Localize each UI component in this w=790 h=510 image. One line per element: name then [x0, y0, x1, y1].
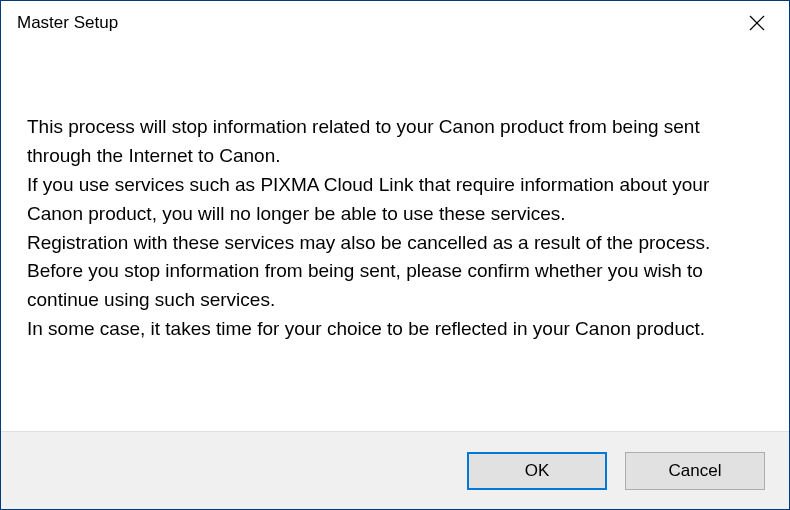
- dialog-window: Master Setup This process will stop info…: [0, 0, 790, 510]
- content-area: This process will stop information relat…: [1, 45, 789, 431]
- ok-button[interactable]: OK: [467, 452, 607, 490]
- close-button[interactable]: [737, 7, 777, 39]
- cancel-button[interactable]: Cancel: [625, 452, 765, 490]
- message-text: This process will stop information relat…: [27, 113, 763, 344]
- button-bar: OK Cancel: [1, 431, 789, 509]
- titlebar: Master Setup: [1, 1, 789, 45]
- window-title: Master Setup: [17, 13, 118, 33]
- close-icon: [749, 15, 765, 31]
